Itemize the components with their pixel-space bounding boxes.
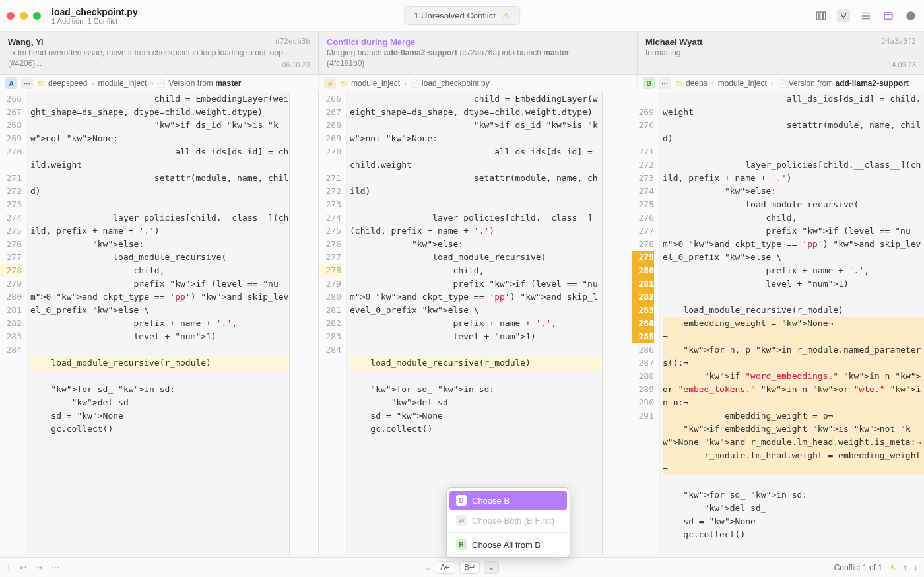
code-line[interactable]: layer_policies[child.__class__](child, p… bbox=[350, 211, 602, 238]
code-line[interactable]: gc.collect() bbox=[350, 423, 602, 436]
code-line[interactable]: "kw">else: bbox=[663, 185, 924, 198]
code-line[interactable]: prefix + name + '.', bbox=[663, 264, 924, 277]
code-line[interactable]: load_module_recursive( bbox=[663, 198, 924, 211]
code-line[interactable]: ¬ bbox=[663, 330, 924, 343]
view-columns-icon[interactable] bbox=[814, 9, 828, 22]
code-line[interactable]: "kw">if embedding_weight "kw">is "kw">no… bbox=[663, 423, 924, 449]
code-line[interactable]: setattr(module, name, child) bbox=[30, 172, 289, 198]
code-line[interactable]: setattr(module, name, child) bbox=[663, 119, 924, 145]
code-line[interactable]: "kw">for sd_ "kw">in sd: bbox=[350, 383, 602, 396]
code-line[interactable]: child, bbox=[663, 211, 924, 224]
minimize-window[interactable] bbox=[20, 12, 28, 20]
code-line[interactable]: sd = "kw">None bbox=[350, 409, 602, 423]
code-line[interactable]: load_module_recursive( bbox=[350, 251, 602, 264]
whitespace-icon[interactable]: ⋯ bbox=[51, 563, 59, 572]
code-line[interactable]: level + "num">1) bbox=[350, 330, 602, 343]
code-line[interactable]: child = EmbeddingLayer(weight_shape=ds_s… bbox=[350, 92, 602, 119]
code-line[interactable]: load_module_recursive( bbox=[30, 251, 289, 264]
info-icon[interactable] bbox=[904, 9, 917, 22]
code-line[interactable]: all_ds_ids[ds_id] = child.weight bbox=[30, 145, 289, 172]
code-line[interactable]: prefix "kw">if (level == "num">0 "kw">an… bbox=[350, 277, 602, 317]
code-line[interactable]: r_module.lm_head.weight = embedding_weig… bbox=[663, 449, 924, 475]
apply-a-chip[interactable]: A↵ bbox=[436, 561, 455, 574]
code-line[interactable]: setattr(module, name, child) bbox=[350, 172, 602, 198]
code-line[interactable]: load_module_recursive(r_module) bbox=[30, 356, 289, 370]
code-line[interactable]: embedding_weight = p¬ bbox=[663, 409, 924, 423]
line-number: 285! bbox=[632, 330, 654, 343]
code-line[interactable] bbox=[350, 198, 602, 211]
code-line[interactable]: "kw">if ds_id "kw">is "kw">not "kw">None… bbox=[30, 119, 289, 145]
code-line[interactable]: prefix + name + '.', bbox=[350, 317, 602, 330]
code-line[interactable]: "kw">for n, p "kw">in r_module.named_par… bbox=[663, 343, 924, 370]
badge-expand-a[interactable]: ⋯ bbox=[21, 77, 33, 89]
code-line[interactable]: prefix + name + '.', bbox=[30, 317, 289, 330]
breadcrumb-b[interactable]: B ⋯ deeps › module_inject › Version from… bbox=[638, 75, 924, 92]
list-icon[interactable] bbox=[859, 9, 873, 22]
code-line[interactable]: "kw">else: bbox=[350, 238, 602, 251]
breadcrumb-mid[interactable]: ⚡ module_inject › load_checkpoint.py bbox=[319, 75, 638, 92]
next-chip[interactable]: ⌄ bbox=[484, 561, 499, 574]
code-line[interactable]: prefix "kw">if (level == "num">0 "kw">an… bbox=[663, 224, 924, 264]
code-line[interactable]: layer_policies[child.__class__](child, p… bbox=[30, 211, 289, 238]
conflict-banner[interactable]: 1 Unresolved Conflict ⚠︎ bbox=[404, 6, 520, 25]
code-line[interactable]: prefix "kw">if (level == "num">0 "kw">an… bbox=[30, 277, 289, 317]
status-right-tools: Conflict 1 of 1 ⚠︎ ↑ ↓ bbox=[834, 563, 917, 572]
line-number: 267 bbox=[0, 106, 22, 119]
code-line[interactable]: sd = "kw">None bbox=[663, 515, 924, 528]
gutter-merge-b[interactable] bbox=[603, 92, 632, 555]
code-line[interactable] bbox=[30, 436, 289, 449]
code-line[interactable] bbox=[663, 541, 924, 555]
choose-both-b-first[interactable]: ⇄ Choose Both (B First) bbox=[449, 510, 567, 530]
code-line[interactable]: child, bbox=[350, 264, 602, 277]
code-line[interactable]: all_ds_ids[ds_id] = child.weight bbox=[350, 145, 602, 172]
code-line[interactable]: sd = "kw">None bbox=[30, 409, 289, 423]
code-line[interactable] bbox=[663, 290, 924, 304]
badge-expand-b[interactable]: ⋯ bbox=[659, 77, 671, 89]
code-line[interactable] bbox=[350, 370, 602, 383]
code-line[interactable]: "kw">if ds_id "kw">is "kw">not "kw">None… bbox=[350, 119, 602, 145]
choose-b[interactable]: B Choose B bbox=[449, 491, 567, 510]
view-merge-icon[interactable] bbox=[837, 9, 850, 22]
prev-conflict-icon[interactable]: ↑ bbox=[903, 563, 907, 572]
gutter-merge-a[interactable] bbox=[289, 92, 319, 555]
code-line[interactable] bbox=[350, 436, 602, 449]
code-line[interactable]: gc.collect() bbox=[663, 528, 924, 541]
code-line[interactable]: "kw">if "word_embeddings." "kw">in n "kw… bbox=[663, 370, 924, 409]
code-line[interactable]: child, bbox=[30, 264, 289, 277]
breadcrumb-a[interactable]: A ⋯ deepspeed › module_inject › Version … bbox=[0, 75, 319, 92]
code-line[interactable]: load_module_recursive(r_module) bbox=[663, 304, 924, 317]
window-icon[interactable] bbox=[882, 9, 895, 22]
filter-icon[interactable]: ⫶ bbox=[7, 563, 11, 572]
code-line[interactable] bbox=[30, 343, 289, 356]
next-conflict-icon[interactable]: ↓ bbox=[913, 563, 917, 572]
code-line[interactable] bbox=[30, 198, 289, 211]
indent-icon[interactable]: ⇥ bbox=[36, 563, 42, 572]
code-line[interactable]: "kw">del sd_ bbox=[663, 502, 924, 515]
code-line[interactable]: "kw">for sd_ "kw">in sd: bbox=[663, 489, 924, 502]
chevron-down-icon[interactable]: ⌄ bbox=[425, 563, 432, 572]
code-line[interactable]: child = EmbeddingLayer(weight_shape=ds_s… bbox=[30, 92, 289, 119]
code-line[interactable]: level + "num">1) bbox=[30, 330, 289, 343]
code-line[interactable]: load_module_recursive(r_module) bbox=[350, 356, 602, 370]
code-line[interactable]: layer_policies[child.__class__](child, p… bbox=[663, 158, 924, 185]
wrap-icon[interactable]: ↩ bbox=[20, 563, 26, 572]
code-line[interactable]: all_ds_ids[ds_id] = child.weight bbox=[663, 92, 924, 119]
code-line[interactable] bbox=[30, 370, 289, 383]
code-line[interactable]: embedding_weight = "kw">None¬ bbox=[663, 317, 924, 330]
choose-all-from-b[interactable]: B Choose All from B bbox=[449, 535, 567, 555]
code-line[interactable]: "kw">for sd_ "kw">in sd: bbox=[30, 383, 289, 396]
code-line[interactable] bbox=[663, 145, 924, 158]
pane-a[interactable]: 2662672682692702712722732742752762772782… bbox=[0, 92, 289, 555]
code-line[interactable]: "kw">del sd_ bbox=[30, 396, 289, 409]
pane-result[interactable]: 2662672682692702712722732742752762772782… bbox=[319, 92, 603, 555]
code-line[interactable] bbox=[663, 475, 924, 489]
code-line[interactable]: "kw">else: bbox=[30, 238, 289, 251]
code-line[interactable] bbox=[350, 343, 602, 356]
pane-b[interactable]: 269270271272273274275276277278279!280!28… bbox=[632, 92, 924, 555]
apply-b-chip[interactable]: B↵ bbox=[460, 561, 480, 574]
code-line[interactable]: gc.collect() bbox=[30, 423, 289, 436]
code-line[interactable]: level + "num">1) bbox=[663, 277, 924, 290]
close-window[interactable] bbox=[7, 12, 15, 20]
code-line[interactable]: "kw">del sd_ bbox=[350, 396, 602, 409]
maximize-window[interactable] bbox=[33, 12, 41, 20]
